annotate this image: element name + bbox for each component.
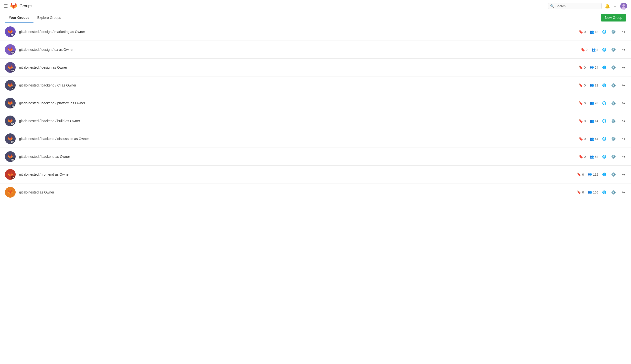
visibility-icon: 🌐 bbox=[602, 48, 606, 52]
group-meta: 🔖 0 👥 8 🌐 ⚙️ ↪ bbox=[581, 46, 626, 53]
members-icon: 👥 bbox=[592, 48, 596, 52]
settings-icon[interactable]: ⚙️ bbox=[610, 46, 617, 53]
bookmark-value: 0 bbox=[584, 119, 586, 123]
members-count: 👥 156 bbox=[588, 190, 598, 194]
members-count: 👥 8 bbox=[592, 48, 598, 52]
user-avatar[interactable] bbox=[620, 3, 627, 10]
group-avatar: DN bbox=[5, 134, 16, 144]
avatar-label: MK bbox=[10, 34, 15, 37]
members-value: 8 bbox=[596, 48, 598, 52]
members-value: 24 bbox=[595, 66, 598, 70]
settings-icon[interactable]: ⚙️ bbox=[610, 100, 617, 106]
members-icon: 👥 bbox=[590, 83, 594, 87]
group-name[interactable]: gitlab-nested / backend / build as Owner bbox=[19, 119, 575, 123]
group-name[interactable]: gitlab-nested / backend / platform as Ow… bbox=[19, 101, 575, 105]
avatar-label: UX bbox=[10, 51, 15, 54]
header-right: 🔍 🔔 ＋ bbox=[548, 3, 627, 10]
bookmark-value: 0 bbox=[582, 173, 584, 176]
user-avatar-img bbox=[620, 3, 627, 10]
bookmark-count: 🔖 0 bbox=[579, 30, 586, 34]
hamburger-menu-icon[interactable]: ☰ bbox=[4, 4, 8, 9]
members-icon: 👥 bbox=[590, 101, 594, 105]
group-avatar: MK bbox=[5, 26, 16, 37]
leave-icon[interactable]: ↪ bbox=[621, 100, 626, 106]
visibility-icon: 🌐 bbox=[602, 30, 606, 34]
group-name[interactable]: gitlab-nested / backend as Owner bbox=[19, 155, 575, 158]
settings-icon[interactable]: ⚙️ bbox=[610, 171, 617, 178]
members-icon: 👥 bbox=[588, 190, 592, 194]
avatar-label: PF bbox=[11, 105, 15, 108]
group-name[interactable]: gitlab-nested / frontend as Owner bbox=[19, 172, 574, 176]
group-meta: 🔖 0 👥 68 🌐 ⚙️ ↪ bbox=[579, 154, 626, 160]
group-avatar: CI bbox=[5, 80, 16, 91]
bookmark-value: 0 bbox=[582, 190, 584, 194]
group-item: MK gitlab-nested / design / marketing as… bbox=[0, 23, 631, 41]
gitlab-logo bbox=[10, 3, 17, 10]
members-icon: 👥 bbox=[590, 66, 594, 70]
bookmark-count: 🔖 0 bbox=[579, 155, 586, 158]
group-name[interactable]: gitlab-nested / backend / CI as Owner bbox=[19, 83, 575, 87]
bookmark-value: 0 bbox=[584, 66, 586, 70]
plus-icon[interactable]: ＋ bbox=[613, 3, 617, 9]
members-icon: 👥 bbox=[590, 119, 594, 123]
search-box[interactable]: 🔍 bbox=[548, 3, 602, 9]
group-name[interactable]: gitlab-nested as Owner bbox=[19, 190, 574, 194]
members-value: 156 bbox=[593, 190, 598, 194]
group-meta: 🔖 0 👥 112 🌐 ⚙️ ↪ bbox=[577, 171, 626, 178]
tab-explore-groups[interactable]: Explore Groups bbox=[34, 12, 65, 23]
app-header: ☰ Groups 🔍 🔔 ＋ bbox=[0, 0, 631, 12]
leave-icon[interactable]: ↪ bbox=[621, 118, 626, 124]
settings-icon[interactable]: ⚙️ bbox=[610, 136, 617, 142]
leave-icon[interactable]: ↪ bbox=[621, 46, 626, 53]
settings-icon[interactable]: ⚙️ bbox=[610, 82, 617, 89]
settings-icon[interactable]: ⚙️ bbox=[610, 64, 617, 71]
settings-icon[interactable]: ⚙️ bbox=[610, 28, 617, 35]
groups-list: MK gitlab-nested / design / marketing as… bbox=[0, 23, 631, 201]
new-group-button[interactable]: New Group bbox=[601, 14, 626, 22]
group-name[interactable]: gitlab-nested / design / marketing as Ow… bbox=[19, 30, 575, 34]
group-item: CI gitlab-nested / backend / CI as Owner… bbox=[0, 76, 631, 94]
bookmark-value: 0 bbox=[584, 30, 586, 34]
group-meta: 🔖 0 👥 24 🌐 ⚙️ ↪ bbox=[579, 64, 626, 71]
group-name[interactable]: gitlab-nested / design / ux as Owner bbox=[19, 48, 577, 52]
bookmark-value: 0 bbox=[586, 48, 588, 52]
group-item: BE gitlab-nested / backend as Owner 🔖 0 … bbox=[0, 148, 631, 166]
group-meta: 🔖 0 👥 28 🌐 ⚙️ ↪ bbox=[579, 100, 626, 106]
leave-icon[interactable]: ↪ bbox=[621, 189, 626, 196]
leave-icon[interactable]: ↪ bbox=[621, 28, 626, 35]
group-name[interactable]: gitlab-nested / backend / discussion as … bbox=[19, 137, 575, 141]
settings-icon[interactable]: ⚙️ bbox=[610, 189, 617, 196]
visibility-icon: 🌐 bbox=[602, 83, 606, 87]
members-count: 👥 112 bbox=[588, 172, 598, 176]
group-item: DN gitlab-nested / backend / discussion … bbox=[0, 130, 631, 148]
group-item: UX gitlab-nested / design / ux as Owner … bbox=[0, 41, 631, 59]
leave-icon[interactable]: ↪ bbox=[621, 64, 626, 71]
visibility-icon: 🌐 bbox=[602, 101, 606, 105]
leave-icon[interactable]: ↪ bbox=[621, 154, 626, 160]
members-icon: 👥 bbox=[588, 172, 592, 176]
bookmark-icon: 🔖 bbox=[581, 48, 585, 52]
leave-icon[interactable]: ↪ bbox=[621, 136, 626, 142]
bookmark-count: 🔖 0 bbox=[579, 83, 586, 87]
group-name[interactable]: gitlab-nested / design as Owner bbox=[19, 66, 575, 70]
search-input[interactable] bbox=[556, 4, 600, 8]
members-value: 44 bbox=[595, 137, 598, 141]
group-meta: 🔖 0 👥 156 🌐 ⚙️ ↪ bbox=[577, 189, 626, 196]
group-avatar: DE bbox=[5, 62, 16, 73]
members-count: 👥 28 bbox=[590, 101, 598, 105]
svg-point-1 bbox=[622, 4, 625, 6]
bookmark-count: 🔖 0 bbox=[577, 190, 584, 194]
leave-icon[interactable]: ↪ bbox=[621, 82, 626, 89]
members-value: 32 bbox=[595, 84, 598, 87]
group-avatar: PF bbox=[5, 98, 16, 108]
leave-icon[interactable]: ↪ bbox=[621, 171, 626, 178]
visibility-icon: 🌐 bbox=[602, 155, 606, 158]
tab-your-groups[interactable]: Your Groups bbox=[5, 12, 34, 23]
settings-icon[interactable]: ⚙️ bbox=[610, 118, 617, 124]
avatar-label: BE bbox=[10, 158, 15, 162]
settings-icon[interactable]: ⚙️ bbox=[610, 154, 617, 160]
search-icon: 🔍 bbox=[550, 4, 554, 8]
visibility-icon: 🌐 bbox=[602, 119, 606, 123]
notifications-icon[interactable]: 🔔 bbox=[604, 4, 610, 9]
visibility-icon: 🌐 bbox=[602, 172, 606, 176]
